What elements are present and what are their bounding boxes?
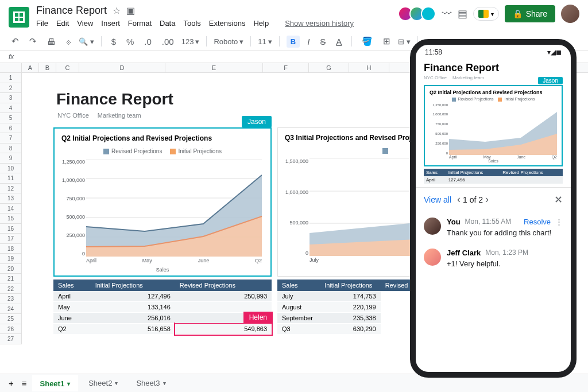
sheet-subtitle: NYC OfficeMarketing team	[57, 112, 141, 119]
app-header: Finance Report ☆ ▣ File Edit View Insert…	[0, 0, 588, 32]
collaborator-avatars[interactable]	[401, 6, 436, 21]
collaborator-tag-jason: Jason	[538, 77, 563, 84]
comment-author: Jeff Clark	[447, 249, 481, 257]
all-sheets-icon[interactable]: ≡	[19, 377, 30, 390]
number-format-dropdown[interactable]: 123 ▾	[181, 37, 200, 46]
phone-data-table[interactable]: SalesInitial ProjectionsRevised Projecti…	[424, 169, 563, 184]
avatar	[421, 6, 436, 21]
more-icon[interactable]: ⋮	[555, 218, 563, 226]
menu-edit[interactable]: Edit	[56, 19, 69, 28]
borders-icon[interactable]: ⊞	[380, 34, 393, 48]
menu-data[interactable]: Data	[160, 19, 175, 28]
currency-button[interactable]: $	[109, 35, 119, 48]
q2-data-table[interactable]: SalesInitial ProjectionsRevised Projecti…	[53, 280, 272, 335]
next-icon[interactable]: ›	[485, 193, 489, 205]
strikethrough-button[interactable]: S	[317, 35, 328, 48]
menu-help[interactable]: Help	[253, 19, 269, 28]
version-history-link[interactable]: Show version history	[285, 19, 354, 28]
zoom-dropdown[interactable]: 🔍 ▾	[79, 37, 94, 46]
comment-thread-item: Jeff ClarkMon, 1:23 PM +1! Very helpful.	[416, 243, 571, 274]
meet-button[interactable]: ▾	[473, 7, 499, 21]
font-size-dropdown[interactable]: 11 ▾	[258, 37, 272, 46]
q2-chart-panel[interactable]: Jason Q2 Initial Projections and Revised…	[53, 127, 272, 277]
avatar	[424, 218, 441, 235]
resolve-button[interactable]: Resolve	[524, 218, 551, 226]
fill-color-icon[interactable]: 🪣	[359, 34, 376, 48]
chevron-down-icon: ▾	[67, 381, 70, 387]
increase-decimal-button[interactable]: .00	[159, 35, 177, 48]
mobile-preview: 11:58 ▾◢◼ Finance Report NYC OfficeMarke…	[410, 39, 577, 378]
share-button[interactable]: 🔒Share	[505, 5, 555, 22]
percent-button[interactable]: %	[123, 35, 137, 48]
menu-view[interactable]: View	[77, 19, 93, 28]
comment-time: Mon, 1:23 PM	[485, 249, 528, 257]
comment-body: +1! Very helpful.	[447, 259, 563, 268]
menu-file[interactable]: File	[36, 19, 48, 28]
comment-thread-item: YouMon, 11:55 AMResolve⋮ Thank you for a…	[416, 212, 571, 243]
print-icon[interactable]: 🖶	[44, 35, 59, 48]
merge-dropdown[interactable]: ⊟ ▾	[398, 37, 411, 46]
lock-icon: 🔒	[513, 9, 523, 18]
document-title[interactable]: Finance Report	[36, 5, 107, 17]
activity-icon[interactable]: 〰	[442, 8, 452, 20]
menu-extensions[interactable]: Extensions	[209, 19, 246, 28]
comment-author: You	[447, 218, 461, 226]
close-icon[interactable]: ✕	[554, 193, 563, 206]
prev-icon[interactable]: ‹	[457, 193, 461, 205]
star-icon[interactable]: ☆	[113, 5, 121, 16]
col-header[interactable]: F	[263, 63, 309, 72]
col-header[interactable]: D	[79, 63, 165, 72]
collaborator-tag-jason: Jason	[242, 116, 272, 127]
profile-avatar[interactable]	[561, 5, 579, 23]
collaborator-tag-helen: Helen	[243, 312, 273, 323]
row-header[interactable]: 1	[0, 73, 22, 83]
chart-legend: Revised Projections Initial Projections	[55, 148, 270, 154]
sheets-logo	[9, 7, 29, 28]
col-header[interactable]: B	[39, 63, 56, 72]
sheet-tab-1[interactable]: Sheet1▾	[32, 375, 79, 391]
area-chart	[86, 159, 262, 257]
font-dropdown[interactable]: Roboto ▾	[214, 37, 243, 46]
add-sheet-icon[interactable]: +	[6, 377, 17, 390]
bold-button[interactable]: B	[287, 36, 300, 48]
phone-clock: 11:58	[425, 48, 442, 56]
sheet-report-title: Finance Report	[56, 90, 173, 108]
view-all-link[interactable]: View all	[424, 195, 451, 204]
fx-label: fx	[9, 53, 14, 61]
col-header[interactable]: G	[309, 63, 349, 72]
comments-icon[interactable]: ▤	[458, 7, 467, 20]
col-header[interactable]: A	[22, 63, 39, 72]
col-header[interactable]: C	[56, 63, 79, 72]
menu-bar: File Edit View Insert Format Data Tools …	[36, 19, 394, 28]
sheet-tab-3[interactable]: Sheet3▾	[128, 375, 173, 391]
phone-doc-title: Finance Report	[424, 62, 563, 74]
page-indicator: 1 of 2	[463, 195, 483, 204]
italic-button[interactable]: I	[304, 35, 312, 48]
paint-format-icon[interactable]: ⟐	[63, 35, 74, 48]
text-color-button[interactable]: A	[333, 35, 345, 48]
menu-format[interactable]: Format	[128, 19, 152, 28]
row-headers: 1234567891011121314151617181920212223242…	[0, 73, 22, 344]
undo-icon[interactable]: ↶	[9, 34, 22, 48]
sheet-tab-2[interactable]: Sheet2▾	[80, 375, 126, 391]
comment-time: Mon, 11:55 AM	[465, 218, 512, 226]
decrease-decimal-button[interactable]: .0	[141, 35, 154, 48]
move-folder-icon[interactable]: ▣	[126, 5, 135, 16]
chart-title: Q2 Initial Projections and Revised Proje…	[55, 129, 270, 148]
phone-status-icons: ▾◢◼	[547, 48, 562, 56]
col-header[interactable]: E	[165, 63, 263, 72]
comment-nav-bar: View all ‹1 of 2› ✕	[416, 187, 571, 212]
phone-chart[interactable]: Jason Q2 Initial Projections and Revised…	[424, 85, 563, 166]
col-header[interactable]: H	[349, 63, 389, 72]
redo-icon[interactable]: ↷	[26, 34, 40, 48]
menu-tools[interactable]: Tools	[183, 19, 200, 28]
comment-body: Thank you for adding this chart!	[447, 228, 563, 237]
avatar	[424, 249, 441, 266]
menu-insert[interactable]: Insert	[101, 19, 120, 28]
